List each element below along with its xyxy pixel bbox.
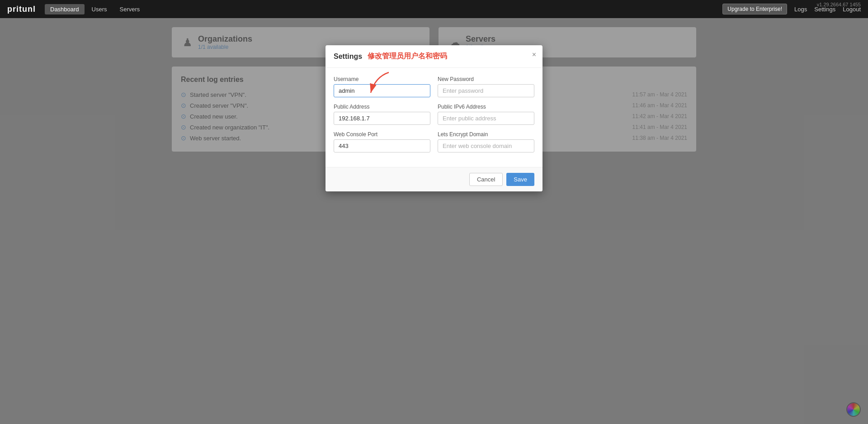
topnav: pritunl Dashboard Users Servers Upgrade … <box>0 0 868 18</box>
form-group-web-console-port: Web Console Port <box>334 131 430 152</box>
public-address-input[interactable] <box>334 112 430 125</box>
modal-title: Settings <box>334 52 362 61</box>
form-group-lets-encrypt: Lets Encrypt Domain <box>438 131 534 152</box>
modal-footer: Cancel Save <box>326 167 542 191</box>
form-row-2: Public Address Public IPv6 Address <box>334 104 534 125</box>
new-password-label: New Password <box>438 76 534 82</box>
public-ipv6-input[interactable] <box>438 112 534 125</box>
nav-users[interactable]: Users <box>86 4 113 14</box>
modal-annotation: 修改管理员用户名和密码 <box>368 52 447 61</box>
nav-links: Dashboard Users Servers <box>45 4 722 14</box>
form-group-new-password: New Password <box>438 76 534 97</box>
form-group-public-address: Public Address <box>334 104 430 125</box>
upgrade-button[interactable]: Upgrade to Enterprise! <box>722 4 787 14</box>
save-button[interactable]: Save <box>506 173 534 186</box>
lets-encrypt-input[interactable] <box>438 139 534 152</box>
username-input[interactable] <box>334 84 430 97</box>
settings-modal: Settings 修改管理员用户名和密码 × Use <box>326 45 542 191</box>
nav-dashboard[interactable]: Dashboard <box>45 4 85 14</box>
lets-encrypt-label: Lets Encrypt Domain <box>438 131 534 138</box>
nav-servers[interactable]: Servers <box>114 4 146 14</box>
form-group-username: Username <box>334 76 430 97</box>
username-label: Username <box>334 76 430 82</box>
main-background: ♟ Organizations 1/1 available ☁ Servers … <box>0 18 868 424</box>
brand-logo: pritunl <box>7 5 36 14</box>
form-row-3: Web Console Port Lets Encrypt Domain <box>334 131 534 152</box>
nav-logs[interactable]: Logs <box>794 6 807 13</box>
new-password-input[interactable] <box>438 84 534 97</box>
public-address-label: Public Address <box>334 104 430 110</box>
public-ipv6-label: Public IPv6 Address <box>438 104 534 110</box>
modal-overlay: Settings 修改管理员用户名和密码 × Use <box>0 18 868 424</box>
modal-header: Settings 修改管理员用户名和密码 × <box>326 45 542 68</box>
cancel-button[interactable]: Cancel <box>469 173 503 186</box>
version-text: v1.29.2664.67 1455 <box>817 2 861 7</box>
web-console-port-label: Web Console Port <box>334 131 430 138</box>
web-console-port-input[interactable] <box>334 139 430 152</box>
form-group-public-ipv6: Public IPv6 Address <box>438 104 534 125</box>
modal-body: Username New Password Public Address <box>326 68 542 167</box>
form-row-1: Username New Password <box>334 76 534 97</box>
modal-close-button[interactable]: × <box>532 51 536 59</box>
